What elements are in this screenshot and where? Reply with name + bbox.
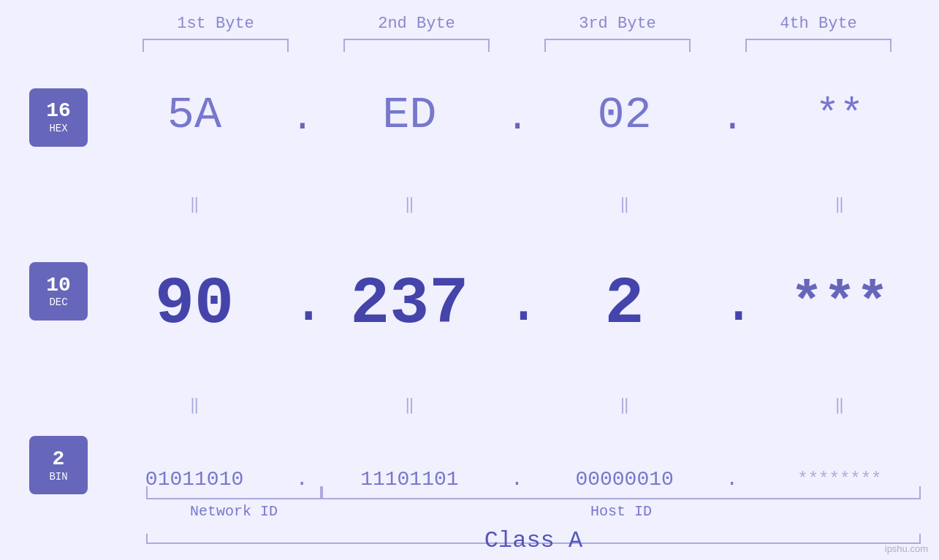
main-grid: 16 HEX 10 DEC 2 BIN 5A . xyxy=(0,59,939,560)
hex-byte2: ED xyxy=(336,89,482,141)
dec-row: 90 . 237 . 2 . *** xyxy=(110,267,924,342)
hex-base-label: HEX xyxy=(49,123,67,134)
bottom-section: Network ID Host ID xyxy=(146,486,924,520)
equals-row-2: ‖ ‖ ‖ ‖ xyxy=(110,394,924,416)
dec-value-3: 2 xyxy=(605,267,645,342)
hex-byte3: 02 xyxy=(552,89,698,141)
eq1-1: ‖ xyxy=(121,194,267,214)
hex-byte4: ** xyxy=(767,92,913,138)
dec-base-label: DEC xyxy=(49,296,67,308)
byte1-header: 1st Byte xyxy=(135,15,296,33)
dec-byte3: 2 xyxy=(552,267,698,342)
bottom-labels: Network ID Host ID xyxy=(146,503,921,520)
eq2-4: ‖ xyxy=(767,395,913,415)
byte-headers: 1st Byte 2nd Byte 3rd Byte 4th Byte xyxy=(115,15,919,33)
hex-badge: 16 HEX xyxy=(29,88,88,147)
byte4-header: 4th Byte xyxy=(738,15,899,33)
equals-row-1: ‖ ‖ ‖ ‖ xyxy=(110,193,924,215)
bin-base-label: BIN xyxy=(49,471,67,483)
eq1-4: ‖ xyxy=(767,194,913,214)
byte3-header: 3rd Byte xyxy=(537,15,698,33)
hex-value-4: ** xyxy=(816,92,864,138)
dec-value-2: 237 xyxy=(350,267,468,342)
eq1-3: ‖ xyxy=(552,194,698,214)
hex-base-number: 16 xyxy=(46,100,71,123)
byte2-header: 2nd Byte xyxy=(336,15,497,33)
dec-base-number: 10 xyxy=(46,275,71,297)
dot-dec-2: . xyxy=(506,271,528,337)
network-bracket xyxy=(146,486,322,499)
eq2-2: ‖ xyxy=(336,395,482,415)
bin-base-number: 2 xyxy=(53,448,65,471)
bracket-byte3 xyxy=(544,39,691,52)
dec-byte2: 237 xyxy=(336,267,482,342)
bracket-byte1 xyxy=(142,39,289,52)
class-label: Class A xyxy=(146,527,921,554)
bin-badge: 2 BIN xyxy=(29,436,88,494)
dot-dec-3: . xyxy=(721,271,743,337)
host-id-label: Host ID xyxy=(322,503,921,520)
dot-dec-1: . xyxy=(291,271,313,337)
hex-value-2: ED xyxy=(382,89,436,141)
dec-value-1: 90 xyxy=(155,267,234,342)
host-bracket xyxy=(322,486,921,499)
bracket-byte2 xyxy=(343,39,490,52)
eq2-1: ‖ xyxy=(121,395,267,415)
content-area: 5A . ED . 02 . ** ‖ ‖ xyxy=(102,59,939,560)
hex-value-1: 5A xyxy=(167,89,221,141)
eq2-3: ‖ xyxy=(552,395,698,415)
network-id-label: Network ID xyxy=(146,503,322,520)
dot-hex-3: . xyxy=(721,97,743,140)
bracket-byte4 xyxy=(745,39,892,52)
labels-column: 16 HEX 10 DEC 2 BIN xyxy=(0,59,102,560)
dec-value-4: *** xyxy=(790,273,889,335)
hex-row: 5A . ED . 02 . ** xyxy=(110,89,924,141)
hex-value-3: 02 xyxy=(597,89,651,141)
dec-badge: 10 DEC xyxy=(29,262,88,321)
eq1-2: ‖ xyxy=(336,194,482,214)
dec-byte1: 90 xyxy=(121,267,267,342)
dot-hex-1: . xyxy=(291,97,313,140)
top-brackets xyxy=(115,39,919,52)
watermark: ipshu.com xyxy=(885,543,928,554)
bottom-brackets xyxy=(146,486,921,499)
dot-hex-2: . xyxy=(506,97,528,140)
hex-byte1: 5A xyxy=(121,89,267,141)
dec-byte4: *** xyxy=(767,273,913,335)
main-container: 1st Byte 2nd Byte 3rd Byte 4th Byte 16 H… xyxy=(0,0,939,560)
